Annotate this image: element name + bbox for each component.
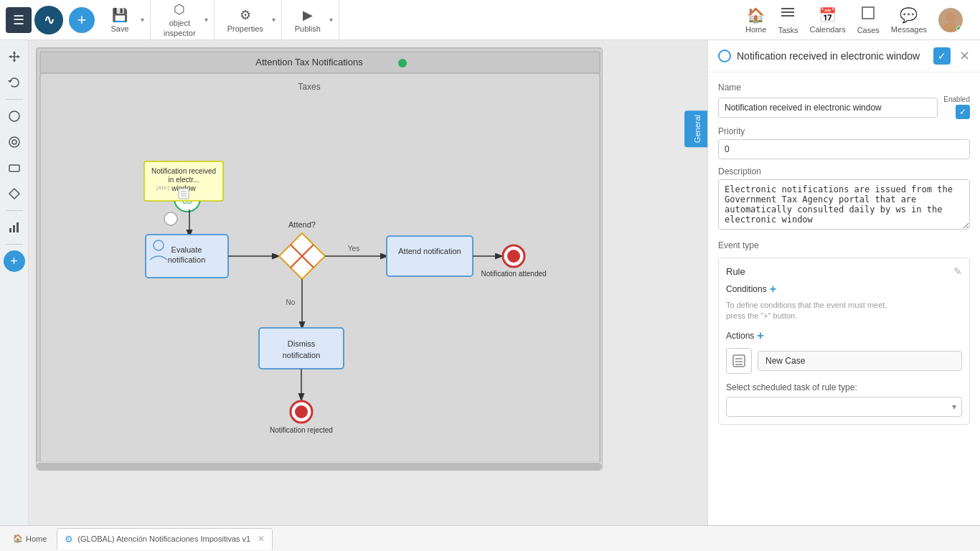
nav-messages[interactable]: 💬 Messages: [891, 6, 927, 34]
confirm-button[interactable]: ✓: [933, 47, 951, 65]
left-toolbar: +: [0, 40, 29, 525]
publish-icon: ▶: [303, 7, 313, 23]
svg-rect-62: [259, 328, 344, 369]
add-action-button[interactable]: +: [757, 329, 763, 342]
publish-dropdown[interactable]: ▾: [328, 16, 334, 24]
diagram-canvas[interactable]: Attention Tax Notifications Taxes Notifi…: [36, 47, 603, 471]
general-tab[interactable]: General: [684, 110, 707, 147]
svg-rect-0: [781, 8, 794, 9]
tool-divider-1: [6, 99, 23, 100]
home-icon: 🏠: [747, 6, 765, 24]
svg-text:Taxes: Taxes: [298, 82, 320, 92]
tool-divider-3: [6, 244, 23, 245]
add-condition-button[interactable]: +: [770, 283, 776, 296]
canvas-scrollbar[interactable]: [37, 461, 602, 470]
publish-label: Publish: [295, 24, 321, 33]
object-inspector-label: objectinspector: [164, 19, 196, 37]
edit-rule-icon[interactable]: ✎: [953, 265, 962, 277]
conditions-hint: To define conditions that the event must…: [726, 300, 962, 322]
svg-rect-18: [9, 228, 11, 232]
bpmn-diagram: Attention Tax Notifications Taxes Notifi…: [37, 48, 602, 470]
svg-text:in electr...: in electr...: [169, 176, 199, 184]
svg-text:Notification rejected: Notification rejected: [270, 426, 333, 434]
svg-point-24: [398, 59, 407, 67]
scheduled-task-select-wrapper: [726, 397, 962, 417]
save-label: Save: [110, 24, 128, 33]
messages-label: Messages: [891, 25, 927, 34]
general-tab-strip: General: [684, 110, 707, 147]
home-label: Home: [745, 25, 766, 34]
svg-point-58: [507, 250, 520, 263]
publish-group: ▶ Publish ▾: [285, 0, 339, 40]
hamburger-menu[interactable]: ☰: [6, 7, 32, 33]
svg-point-41: [164, 212, 177, 225]
svg-text:[Abc]: [Abc]: [156, 184, 169, 191]
move-tool[interactable]: [4, 46, 25, 67]
close-button[interactable]: ✕: [959, 48, 970, 64]
add-icon: +: [77, 11, 87, 29]
rect-tool[interactable]: [4, 157, 25, 179]
save-button[interactable]: 💾 Save: [102, 4, 138, 36]
object-inspector-button[interactable]: ⬡ objectinspector: [158, 0, 202, 41]
svg-text:notification: notification: [168, 255, 206, 264]
nav-tasks[interactable]: Tasks: [778, 5, 798, 34]
nav-home[interactable]: 🏠 Home: [745, 6, 766, 34]
rule-header: Rule ✎: [726, 265, 962, 277]
workflow-tab[interactable]: ⚙ (GLOBAL) Atención Notificaciones Impos…: [57, 528, 273, 550]
rotate-tool[interactable]: [4, 72, 25, 93]
circle-tool[interactable]: [4, 105, 25, 127]
circle2-tool[interactable]: [4, 131, 25, 153]
home-tab-label: Home: [26, 534, 47, 543]
svg-rect-3: [862, 7, 874, 19]
name-field-container: Enabled ✓: [718, 95, 970, 119]
object-inspector-dropdown[interactable]: ▾: [203, 16, 209, 24]
cases-icon: [860, 5, 876, 24]
bottom-bar: 🏠 Home ⚙ (GLOBAL) Atención Notificacione…: [0, 525, 980, 551]
scheduled-task-select[interactable]: [726, 397, 962, 417]
home-tab[interactable]: 🏠 Home: [6, 531, 54, 546]
close-tab-icon[interactable]: ✕: [258, 534, 265, 544]
user-avatar[interactable]: [938, 8, 963, 32]
canvas-area[interactable]: General Attention Tax Notifications Taxe…: [29, 40, 707, 525]
svg-point-15: [12, 140, 17, 144]
enabled-label: Enabled: [943, 95, 970, 103]
svg-rect-20: [17, 222, 19, 232]
scheduled-task-label: Select scheduled task of rule type:: [726, 382, 962, 392]
svg-marker-8: [13, 51, 16, 54]
calendars-label: Calendars: [810, 25, 846, 34]
svg-rect-2: [781, 15, 794, 17]
nav-cases[interactable]: Cases: [857, 5, 880, 34]
hamburger-icon: ☰: [13, 12, 24, 28]
app-logo: ∿: [34, 6, 63, 34]
nav-calendars[interactable]: 📅 Calendars: [810, 6, 846, 34]
nav-icons: 🏠 Home Tasks 📅 Calendars Cases 💬 Message…: [734, 5, 974, 34]
chart-tool[interactable]: [4, 217, 25, 238]
tasks-icon: [780, 5, 796, 24]
svg-marker-10: [9, 55, 11, 58]
main-area: + General Attention Tax Notifications Ta…: [0, 40, 980, 525]
add-tool-icon: +: [10, 255, 18, 268]
svg-point-4: [946, 12, 956, 22]
publish-button[interactable]: ▶ Publish: [289, 4, 326, 36]
add-button[interactable]: +: [69, 7, 95, 33]
save-group: 💾 Save ▾: [98, 0, 151, 40]
event-circle-icon: [718, 50, 731, 62]
save-dropdown[interactable]: ▾: [139, 16, 146, 24]
svg-text:Notification received: Notification received: [151, 167, 216, 175]
add-tool[interactable]: +: [4, 250, 25, 272]
description-textarea[interactable]: Electronic notifications are issued from…: [718, 179, 970, 230]
svg-point-14: [9, 137, 19, 147]
priority-input[interactable]: [718, 139, 970, 159]
properties-dropdown[interactable]: ▾: [270, 16, 277, 24]
svg-rect-1: [781, 11, 794, 13]
new-case-label: New Case: [758, 351, 962, 371]
diamond-tool[interactable]: [4, 183, 25, 204]
tasks-label: Tasks: [778, 26, 798, 34]
logo-symbol: ∿: [44, 12, 55, 28]
event-type-label: Event type: [718, 240, 970, 250]
properties-label: Properties: [227, 24, 263, 33]
properties-button[interactable]: ⚙ Properties: [222, 4, 269, 36]
enabled-checkbox[interactable]: ✓: [956, 105, 970, 119]
name-input[interactable]: [718, 98, 938, 118]
svg-text:Dismiss: Dismiss: [288, 339, 316, 348]
